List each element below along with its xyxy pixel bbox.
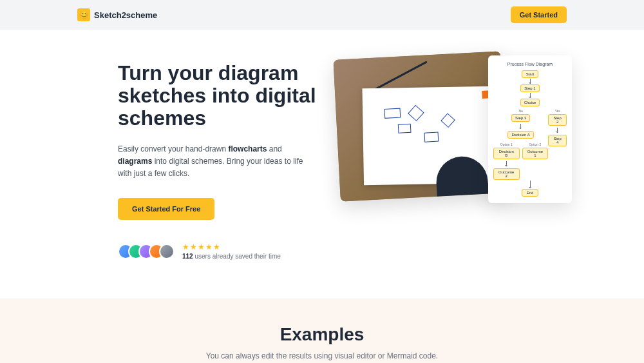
examples-title: Examples — [0, 324, 644, 345]
hero-visual: Process Flow Diagram Start Step 1 Choice… — [337, 55, 572, 203]
hero-section: Turn your diagram sketches into digital … — [0, 30, 644, 299]
brand-logo[interactable]: Sketch2scheme — [77, 8, 157, 21]
flow-node: Choice — [520, 99, 540, 106]
users-count-text: 112 users already saved their time — [182, 253, 281, 260]
star-rating: ★ ★ ★ ★ ★ — [182, 242, 281, 251]
header: Sketch2scheme Get Started — [0, 0, 644, 30]
star-icon: ★ — [213, 242, 220, 251]
flow-node: Decision B — [493, 148, 520, 159]
star-icon: ★ — [198, 242, 205, 251]
flow-node: Step 2 — [548, 114, 567, 126]
hero-title: Turn your diagram sketches into digital … — [118, 62, 317, 130]
star-icon: ★ — [190, 242, 197, 251]
flow-node: Step 3 — [511, 114, 530, 122]
flow-node: Outcome 2 — [493, 168, 520, 180]
hero-content: Turn your diagram sketches into digital … — [118, 55, 317, 260]
flow-node: Step 4 — [548, 135, 567, 146]
flow-title: Process Flow Diagram — [493, 62, 567, 66]
flow-diagram-card: Process Flow Diagram Start Step 1 Choice… — [488, 55, 572, 203]
social-proof: ★ ★ ★ ★ ★ 112 users already saved their … — [118, 242, 317, 260]
examples-subtitle: You can always edit the results using vi… — [0, 351, 644, 360]
logo-icon — [77, 8, 90, 21]
flow-node: End — [522, 189, 538, 197]
avatar — [159, 244, 175, 259]
examples-section: Examples You can always edit the results… — [0, 299, 644, 363]
flow-node: Start — [522, 70, 538, 78]
get-started-free-button[interactable]: Get Started For Free — [118, 198, 214, 220]
star-icon: ★ — [182, 242, 189, 251]
hero-description: Easily convert your hand-drawn flowchart… — [118, 143, 317, 181]
proof-text: ★ ★ ★ ★ ★ 112 users already saved their … — [182, 242, 281, 260]
avatar-stack — [118, 244, 175, 259]
sketch-photo — [333, 51, 507, 201]
flow-node: Decision A — [507, 131, 533, 139]
flow-node: Step 1 — [520, 84, 539, 92]
get-started-header-button[interactable]: Get Started — [511, 6, 567, 23]
flow-node: Outcome 1 — [522, 148, 549, 159]
brand-name: Sketch2scheme — [94, 10, 157, 20]
star-icon: ★ — [205, 242, 213, 251]
